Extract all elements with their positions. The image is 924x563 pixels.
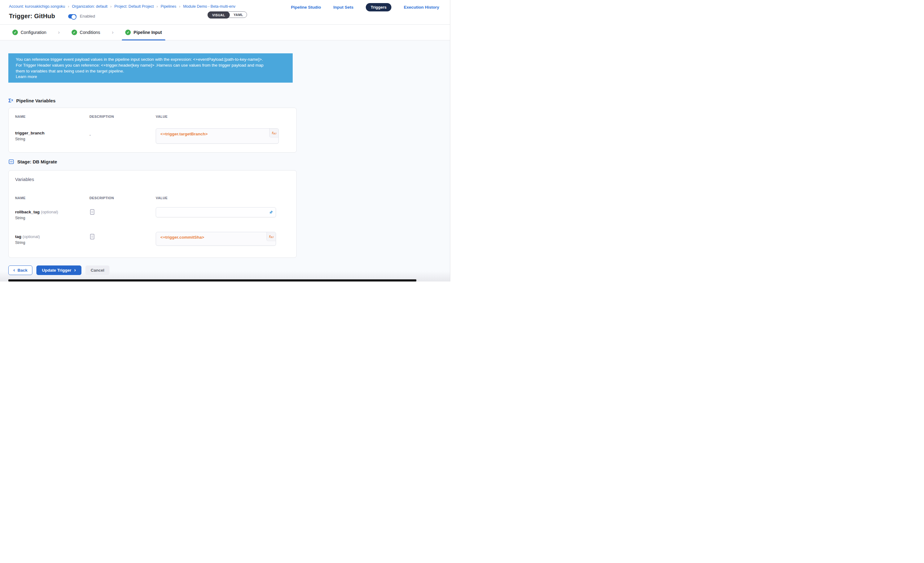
table-header-row: NAME DESCRIPTION VALUE xyxy=(15,196,289,200)
pipeline-input-panel: You can reference trigger event payload … xyxy=(0,40,450,282)
info-banner: You can reference trigger event payload … xyxy=(8,53,292,82)
page-header: Account: kurosakiichigo.songoku Organiza… xyxy=(0,0,450,25)
column-value: VALUE xyxy=(156,196,289,200)
stage-variables-card: Variables NAME DESCRIPTION VALUE rollbac… xyxy=(8,170,297,258)
pipeline-variables-icon: Σˣ xyxy=(8,98,13,103)
update-trigger-button[interactable]: Update Trigger xyxy=(36,265,81,275)
stage-section-title: Stage: DB Migrate xyxy=(17,159,57,164)
nav-pipeline-studio[interactable]: Pipeline Studio xyxy=(291,5,321,9)
chevron-right-icon: › xyxy=(112,30,114,35)
pin-icon xyxy=(268,210,273,215)
tab-pipeline-input-label: Pipeline Input xyxy=(134,30,162,35)
nav-execution-history[interactable]: Execution History xyxy=(404,5,439,9)
scrollbar-gutter[interactable] xyxy=(450,0,462,282)
expression-fx-button[interactable]: f₍ₓ₎ xyxy=(269,129,279,138)
pipeline-variables-card: NAME DESCRIPTION VALUE trigger_branch St… xyxy=(8,108,297,153)
chevron-right-icon: › xyxy=(58,30,60,35)
value-field-wrapper xyxy=(156,207,276,217)
banner-line: For Trigger Header values you can refere… xyxy=(16,63,285,69)
enabled-toggle-label: Enabled xyxy=(80,14,95,18)
variables-card-title: Variables xyxy=(15,177,289,182)
rollback-tag-value-input[interactable] xyxy=(156,207,276,217)
enabled-toggle[interactable] xyxy=(68,14,76,18)
footer-actions: Back Update Trigger Cancel xyxy=(8,265,450,275)
breadcrumb-project[interactable]: Project: Default Project xyxy=(114,4,160,9)
fx-icon: f₍ₓ₎ xyxy=(269,234,273,239)
back-button[interactable]: Back xyxy=(8,265,32,275)
breadcrumb-organization[interactable]: Organization: default xyxy=(72,4,114,9)
learn-more-link[interactable]: Learn more xyxy=(16,74,285,80)
column-name: NAME xyxy=(15,115,86,118)
value-field-wrapper: f₍ₓ₎ xyxy=(156,128,279,144)
trigger-branch-value-input[interactable] xyxy=(156,128,279,144)
table-row: rollback_tag (optional) String xyxy=(15,207,289,220)
visual-segment[interactable]: VISUAL xyxy=(207,11,230,18)
bottom-black-bar xyxy=(8,279,416,282)
variable-type: String xyxy=(15,137,86,141)
cancel-button-label: Cancel xyxy=(91,268,104,273)
variable-type: String xyxy=(15,216,86,220)
app-window: Account: kurosakiichigo.songoku Organiza… xyxy=(0,0,450,282)
check-icon xyxy=(72,30,77,35)
stage-section-header: </> Stage: DB Migrate xyxy=(8,159,450,165)
column-description: DESCRIPTION xyxy=(86,196,156,200)
fx-icon: f₍ₓ₎ xyxy=(272,131,276,135)
back-button-label: Back xyxy=(18,268,27,273)
pipeline-variables-section-header: Σˣ Pipeline Variables xyxy=(8,98,450,103)
pipeline-variables-title: Pipeline Variables xyxy=(16,98,56,103)
nav-triggers[interactable]: Triggers xyxy=(366,3,392,11)
variable-type: String xyxy=(15,241,86,245)
pin-button[interactable] xyxy=(268,210,274,215)
cancel-button[interactable]: Cancel xyxy=(86,265,110,275)
svg-text:</>: </> xyxy=(10,161,13,163)
description-icon[interactable] xyxy=(90,234,94,240)
wizard-tab-bar: Configuration › Conditions › Pipeline In… xyxy=(0,25,450,40)
column-name: NAME xyxy=(15,196,86,200)
column-value: VALUE xyxy=(156,115,289,118)
optional-label: (optional) xyxy=(41,210,58,214)
yaml-segment[interactable]: YAML xyxy=(230,12,247,18)
column-description: DESCRIPTION xyxy=(86,115,156,118)
nav-input-sets[interactable]: Input Sets xyxy=(333,5,354,9)
breadcrumb-pipeline-name[interactable]: Module Demo - Beta-multi-env xyxy=(183,4,236,9)
breadcrumb-pipelines[interactable]: Pipelines xyxy=(160,4,183,9)
banner-line: You can reference trigger event payload … xyxy=(16,57,285,63)
tab-pipeline-input[interactable]: Pipeline Input xyxy=(122,25,165,40)
description-icon[interactable] xyxy=(90,209,94,215)
visual-yaml-switch[interactable]: VISUAL YAML xyxy=(207,11,247,18)
update-trigger-button-label: Update Trigger xyxy=(42,268,71,273)
tab-conditions-label: Conditions xyxy=(80,30,100,35)
tab-conditions[interactable]: Conditions xyxy=(68,25,104,40)
variable-description: - xyxy=(86,128,156,137)
breadcrumb-account[interactable]: Account: kurosakiichigo.songoku xyxy=(9,4,72,9)
tab-configuration-label: Configuration xyxy=(21,30,46,35)
table-header-row: NAME DESCRIPTION VALUE xyxy=(15,115,289,118)
tag-value-input[interactable] xyxy=(156,232,276,246)
variable-name: rollback_tag (optional) xyxy=(15,207,86,214)
variable-name: trigger_branch xyxy=(15,128,86,135)
page-title: Trigger: GitHub xyxy=(9,13,55,20)
table-row: trigger_branch String - f₍ₓ₎ xyxy=(15,128,289,144)
check-icon xyxy=(125,30,131,35)
tab-configuration[interactable]: Configuration xyxy=(9,25,50,40)
optional-label: (optional) xyxy=(22,234,40,239)
banner-line: them to variables that are being used in… xyxy=(16,69,285,74)
value-field-wrapper: f₍ₓ₎ xyxy=(156,232,276,246)
table-row: tag (optional) String f xyxy=(15,232,289,246)
stage-icon: </> xyxy=(8,159,14,165)
check-icon xyxy=(12,30,18,35)
variable-name: tag (optional) xyxy=(15,232,86,239)
expression-fx-button[interactable]: f₍ₓ₎ xyxy=(267,232,276,241)
pipeline-nav: Pipeline Studio Input Sets Triggers Exec… xyxy=(291,3,439,11)
